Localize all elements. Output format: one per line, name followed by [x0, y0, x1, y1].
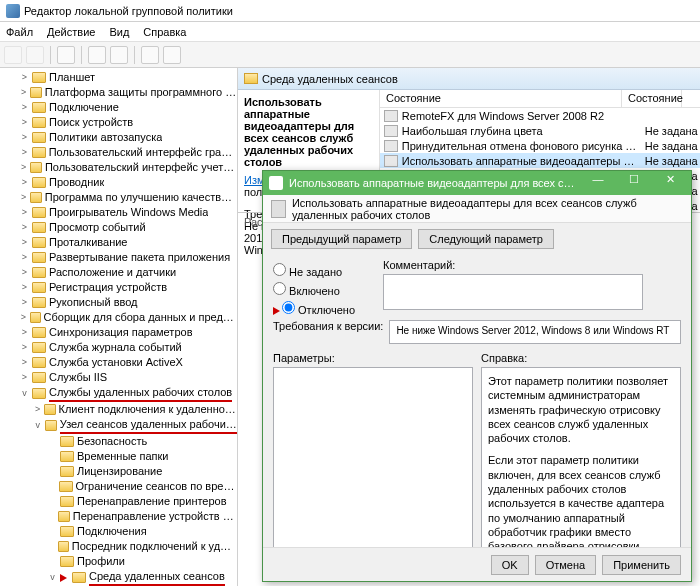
tree-item[interactable]: Посредник подключений к удаленному раб — [0, 539, 237, 554]
export-button[interactable] — [110, 46, 128, 64]
expand-icon[interactable]: > — [20, 340, 29, 355]
apply-button[interactable]: Применить — [602, 555, 681, 575]
radio-disabled[interactable]: Отключено — [273, 301, 373, 316]
tree-item[interactable]: >Сборщик для сбора данных и предваритель… — [0, 310, 237, 325]
tree-item[interactable]: Ограничение сеансов по времени — [0, 479, 237, 494]
expand-icon[interactable]: > — [20, 235, 29, 250]
expand-icon[interactable]: > — [20, 130, 29, 145]
tree-item[interactable]: >Клиент подключения к удаленному рабочем — [0, 402, 237, 417]
folder-icon — [44, 404, 55, 415]
tree-item[interactable]: >Службы IIS — [0, 370, 237, 385]
tree-item[interactable]: Лицензирование — [0, 464, 237, 479]
tree-item[interactable]: >Развертывание пакета приложения — [0, 250, 237, 265]
expand-icon[interactable]: > — [20, 115, 29, 130]
expand-icon[interactable]: v — [48, 570, 57, 585]
expand-icon[interactable]: > — [20, 100, 29, 115]
list-item[interactable]: RemoteFX для Windows Server 2008 R2 — [380, 108, 700, 123]
tree-item[interactable]: Профили — [0, 554, 237, 569]
tree-item[interactable]: >Политики автозапуска — [0, 130, 237, 145]
tree-item[interactable]: >Платформа защиты программного обеспечен… — [0, 85, 237, 100]
radio-notconfigured[interactable]: Не задано — [273, 263, 373, 278]
col-status[interactable]: Состояние — [622, 90, 682, 107]
cancel-button[interactable]: Отмена — [535, 555, 596, 575]
tree-item[interactable]: vСреда удаленных сеансов — [0, 569, 237, 586]
expand-icon[interactable]: > — [20, 145, 29, 160]
tree-item[interactable]: >Служба установки ActiveX — [0, 355, 237, 370]
tree-item[interactable]: Перенаправление принтеров — [0, 494, 237, 509]
tree-item[interactable]: Перенаправление устройств и ресурсов — [0, 509, 237, 524]
folder-icon — [32, 132, 46, 143]
comment-field[interactable] — [383, 274, 643, 310]
tree-item[interactable]: Безопасность — [0, 434, 237, 449]
tree-view[interactable]: >Планшет>Платформа защиты программного о… — [0, 68, 238, 586]
help-button[interactable] — [141, 46, 159, 64]
list-item-state: Не задана — [641, 155, 700, 167]
maximize-button[interactable]: ☐ — [619, 173, 649, 193]
menubar: Файл Действие Вид Справка — [0, 22, 700, 42]
policy-title: Использовать аппаратные видеоадаптеры дл… — [244, 96, 373, 168]
radio-enabled[interactable]: Включено — [273, 282, 373, 297]
tree-item[interactable]: >Регистрация устройств — [0, 280, 237, 295]
tree-item[interactable]: >Служба журнала событий — [0, 340, 237, 355]
tree-item[interactable]: vСлужбы удаленных рабочих столов — [0, 385, 237, 402]
tree-item[interactable]: >Планшет — [0, 70, 237, 85]
menu-view[interactable]: Вид — [109, 26, 129, 38]
expand-icon[interactable]: > — [20, 70, 29, 85]
tree-item[interactable]: >Пользовательский интерфейс учетных данн… — [0, 160, 237, 175]
ok-button[interactable]: OK — [491, 555, 529, 575]
policy-icon — [384, 155, 398, 167]
tree-item[interactable]: Подключения — [0, 524, 237, 539]
dialog-icon — [269, 176, 283, 190]
next-button[interactable]: Следующий параметр — [418, 229, 554, 249]
expand-icon[interactable]: > — [34, 402, 41, 417]
expand-icon[interactable]: > — [20, 205, 29, 220]
tree-item[interactable]: >Просмотр событий — [0, 220, 237, 235]
menu-help[interactable]: Справка — [143, 26, 186, 38]
tree-item[interactable]: >Расположение и датчики — [0, 265, 237, 280]
list-item[interactable]: Использовать аппаратные видеоадаптеры дл… — [380, 153, 700, 168]
filter-button[interactable] — [163, 46, 181, 64]
menu-action[interactable]: Действие — [47, 26, 95, 38]
close-button[interactable]: ✕ — [655, 173, 685, 193]
minimize-button[interactable]: ― — [583, 173, 613, 193]
tree-item[interactable]: >Синхронизация параметров — [0, 325, 237, 340]
tree-item[interactable]: >Пользовательский интерфейс границ — [0, 145, 237, 160]
expand-icon[interactable]: v — [34, 418, 42, 433]
expand-icon[interactable]: > — [20, 295, 29, 310]
list-item[interactable]: Принудительная отмена фонового рисунка у… — [380, 138, 700, 153]
up-button[interactable] — [57, 46, 75, 64]
expand-icon[interactable]: > — [20, 325, 29, 340]
expand-icon[interactable]: > — [20, 280, 29, 295]
expand-icon[interactable]: > — [20, 310, 27, 325]
tree-item-label: Лицензирование — [77, 464, 162, 479]
tree-item[interactable]: >Программа по улучшению качества програм… — [0, 190, 237, 205]
dialog-title: Использовать аппаратные видеоадаптеры дл… — [289, 177, 577, 189]
window-title: Редактор локальной групповой политики — [24, 5, 233, 17]
expand-icon[interactable]: v — [20, 386, 29, 401]
tree-item[interactable]: >Рукописный ввод — [0, 295, 237, 310]
expand-icon[interactable]: > — [20, 370, 29, 385]
expand-icon[interactable]: > — [20, 250, 29, 265]
list-item[interactable]: Наибольшая глубина цветаНе задана — [380, 123, 700, 138]
menu-file[interactable]: Файл — [6, 26, 33, 38]
tree-item[interactable]: >Проводник — [0, 175, 237, 190]
prev-button[interactable]: Предыдущий параметр — [271, 229, 412, 249]
col-state[interactable]: Состояние — [380, 90, 622, 107]
refresh-button[interactable] — [88, 46, 106, 64]
tree-item[interactable]: >Проигрыватель Windows Media — [0, 205, 237, 220]
tree-item[interactable]: >Проталкивание — [0, 235, 237, 250]
expand-icon[interactable]: > — [20, 220, 29, 235]
tree-item[interactable]: vУзел сеансов удаленных рабочих столов — [0, 417, 237, 434]
tree-item-label: Программа по улучшению качества программ… — [45, 190, 237, 205]
list-item-label: RemoteFX для Windows Server 2008 R2 — [402, 110, 641, 122]
expand-icon[interactable]: > — [20, 190, 27, 205]
tree-item-label: Служба журнала событий — [49, 340, 182, 355]
expand-icon[interactable]: > — [20, 355, 29, 370]
tree-item[interactable]: >Поиск устройств — [0, 115, 237, 130]
expand-icon[interactable]: > — [20, 160, 27, 175]
expand-icon[interactable]: > — [20, 175, 29, 190]
tree-item[interactable]: >Подключение — [0, 100, 237, 115]
expand-icon[interactable]: > — [20, 265, 29, 280]
tree-item[interactable]: Временные папки — [0, 449, 237, 464]
expand-icon[interactable]: > — [20, 85, 27, 100]
